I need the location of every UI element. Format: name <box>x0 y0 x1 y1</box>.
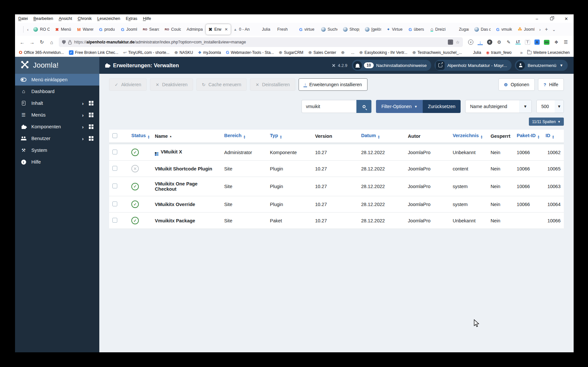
grid-icon[interactable] <box>89 113 91 115</box>
status-protected-icon[interactable]: ✕ <box>131 165 139 172</box>
list-tabs-button[interactable]: ⌄ <box>550 27 558 32</box>
tab-virtue[interactable]: Gvirtue <box>297 24 318 35</box>
row-checkbox[interactable] <box>112 184 117 188</box>
bookmark-sales-center[interactable]: ⊕Sales Center <box>308 50 336 55</box>
scroll-tabs-right-button[interactable]: › <box>537 27 543 32</box>
bookmark-testnachweis-kuschel[interactable]: ⊕Testnachweis_kuschel_... <box>412 50 462 55</box>
tab-zugan[interactable]: Zugan <box>450 24 471 35</box>
bookmark-tinyurl-com-shorte[interactable]: ↩TinyURL.com - shorte... <box>123 50 169 55</box>
lock-icon[interactable] <box>68 42 72 44</box>
sidebar-item-inhalt[interactable]: Inhalt › <box>15 97 99 109</box>
tab-erw[interactable]: ✖Erw✕ <box>206 24 230 35</box>
preview-site-button[interactable]: Alpenholz Manufaktur - Mayr... <box>434 60 512 71</box>
forward-button[interactable]: → <box>27 38 37 47</box>
optionen-button[interactable]: ⚙ Optionen <box>498 78 535 91</box>
reload-button[interactable]: ↻ <box>37 38 46 47</box>
bookmark-office-365-anmeldun[interactable]: OOffice 365-Anmeldun... <box>19 50 64 55</box>
erweiterungen-installieren-button[interactable]: ↑ Erweiterungen installieren <box>299 78 368 91</box>
column-header-typ[interactable]: Typ▲▼ <box>267 130 312 143</box>
languagetool-icon[interactable]: LT <box>515 40 521 44</box>
close-tab-icon[interactable]: ✕ <box>225 27 228 32</box>
grid-icon[interactable] <box>89 124 91 126</box>
row-checkbox[interactable] <box>112 150 117 154</box>
extensions-puzzle-icon[interactable]: ❖ <box>554 40 559 45</box>
shield-icon[interactable] <box>62 40 66 44</box>
tab-vmuik[interactable]: Gvmuik <box>494 24 515 35</box>
menu-lesezeichen[interactable]: Lesezeichen <box>97 16 120 21</box>
bookmark-easybooking-ihr-vertr[interactable]: ⊕Easybooking - Ihr Vertr... <box>359 50 407 55</box>
row-checkbox[interactable] <box>112 166 117 171</box>
bookmark-myjoomla[interactable]: ❖myJoomla <box>198 50 221 55</box>
tab-jooml[interactable]: GJooml <box>118 24 140 35</box>
column-header-verzeichnis[interactable]: Verzeichnis▲▼ <box>449 130 487 143</box>
row-checkbox[interactable] <box>112 201 117 206</box>
pocket-icon[interactable]: ∨ <box>468 40 473 45</box>
other-bookmarks-folder[interactable]: Weitere Lesezeichen <box>527 50 570 55</box>
tab-menü[interactable]: ✖Menü <box>53 24 74 35</box>
chevron-right-icon[interactable]: › <box>82 124 84 129</box>
status-enabled-icon[interactable]: ✓ <box>131 200 139 208</box>
column-header-status[interactable]: Status▲▼ <box>128 130 152 143</box>
gear-icon[interactable]: ⚙ <box>497 40 502 45</box>
aktivieren-button[interactable]: ✓ Aktivieren <box>109 78 147 91</box>
status-enabled-icon[interactable]: ✓ <box>131 183 139 190</box>
tab-search[interactable]: ROSearch <box>140 24 162 35</box>
sidebar-item-dashboard[interactable]: ⌂ Dashboard <box>15 86 99 97</box>
menu-chronik[interactable]: Chronik <box>78 16 92 21</box>
translate-icon[interactable]: A <box>534 40 540 45</box>
tab-shopp[interactable]: Shopp <box>340 24 362 35</box>
eyedropper-icon[interactable]: ✎ <box>506 40 511 45</box>
tab-dreizi[interactable]: ⌂Dreizi <box>428 24 449 35</box>
close-button[interactable]: ✕ <box>559 14 574 23</box>
tab-produ[interactable]: Gprodu <box>96 24 118 35</box>
page-translate-icon[interactable]: A <box>448 40 453 45</box>
limit-select[interactable]: 500 ▼ <box>536 100 564 113</box>
back-button[interactable]: ← <box>18 38 27 47</box>
columns-button[interactable]: 11/11 Spalten ▼ <box>529 118 564 126</box>
menu-extras[interactable]: Extras <box>126 16 137 21</box>
bookmarks-overflow-chevron[interactable]: » <box>520 50 523 55</box>
text-tool-icon[interactable]: T <box>525 40 530 45</box>
tab-adminpan[interactable]: Adminpan <box>184 24 205 35</box>
cache-erneuern-button[interactable]: ↻ Cache erneuern <box>196 78 247 91</box>
column-header-name[interactable]: Name▲ <box>152 130 221 143</box>
row-checkbox[interactable] <box>112 218 117 223</box>
tab-suche[interactable]: Suche <box>318 24 340 35</box>
whatsapp-icon[interactable]: WA <box>544 40 549 45</box>
menu-bearbeiten[interactable]: Bearbeiten <box>33 16 53 21</box>
bookmark-nasku[interactable]: ⊕NASKU <box>174 50 193 55</box>
restore-button[interactable] <box>544 14 559 23</box>
search-input[interactable] <box>302 100 356 113</box>
chevron-right-icon[interactable]: › <box>82 101 84 106</box>
sidebar-item-menüs[interactable]: ☰ Menüs › <box>15 109 99 121</box>
menu-datei[interactable]: Datei <box>18 16 28 21</box>
scroll-tabs-left-button[interactable]: ‹ <box>25 27 30 32</box>
extension-e-icon[interactable]: E <box>487 40 492 45</box>
deaktivieren-button[interactable]: ✕ Deaktivieren <box>150 78 193 91</box>
sidebar-item-benutzer[interactable]: Benutzer › <box>15 133 99 144</box>
bookmark-item[interactable]: ⊕ <box>341 50 346 55</box>
chevron-right-icon[interactable]: › <box>82 113 84 118</box>
url-bar[interactable]: https://alpenholz-manufaktur.de/administ… <box>59 37 463 47</box>
select-all-checkbox[interactable] <box>112 133 117 138</box>
tab-julia[interactable]: Julia <box>253 24 274 35</box>
bookmark-item[interactable]: ... <box>351 50 354 55</box>
home-button[interactable]: ⌂ <box>47 38 56 47</box>
tab-ro-cs[interactable]: RO CS <box>31 24 52 35</box>
bookmark-traum-fewo[interactable]: ◉traum_fewo <box>486 50 512 55</box>
user-menu-button[interactable]: Benutzermenü ▼ <box>515 60 568 71</box>
tab-jooml[interactable]: ⁂Jooml <box>515 24 537 35</box>
grid-icon[interactable] <box>89 136 91 138</box>
bookmark-sugarcrm[interactable]: ⊕SugarCRM <box>279 50 303 55</box>
app-menu-icon[interactable]: ☰ <box>563 40 568 45</box>
sidebar-item-system[interactable]: ⚒ System <box>15 144 99 156</box>
deinstallieren-button[interactable]: ✕ Deinstallieren <box>250 78 295 91</box>
status-enabled-icon[interactable]: ✓ <box>131 149 139 156</box>
hilfe-button[interactable]: ? Hilfe <box>538 78 564 91</box>
status-enabled-icon[interactable]: ✓ <box>131 217 139 224</box>
tab-virtue[interactable]: ✦Virtue <box>384 24 406 35</box>
joomla-brand[interactable]: Joomla! <box>15 57 99 74</box>
chevron-right-icon[interactable]: › <box>82 136 84 141</box>
minimize-button[interactable]: – <box>530 14 544 23</box>
notifications-button[interactable]: 10 Nachinstallationshinweise <box>352 60 431 71</box>
